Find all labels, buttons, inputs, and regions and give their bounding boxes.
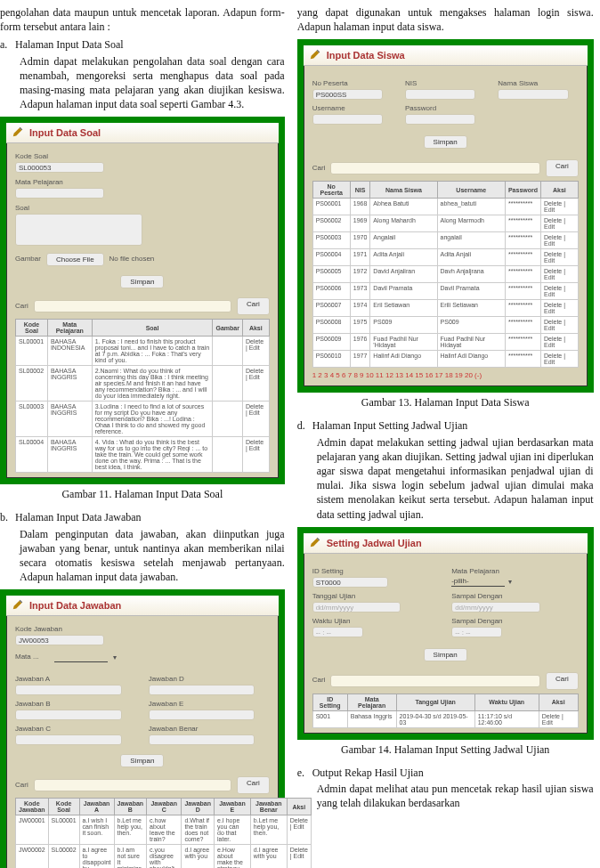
table-cell[interactable]: Delete | Edit bbox=[242, 437, 269, 473]
table-row: PS060101977Halinf Adi DiangoHalinf Adi D… bbox=[312, 351, 578, 368]
table-cell: ********** bbox=[505, 334, 540, 351]
fig14-input-sd1[interactable]: dd/mm/yyyy bbox=[451, 602, 540, 612]
fig12-input-c[interactable] bbox=[15, 734, 122, 745]
table-cell[interactable]: Delete | Edit bbox=[541, 317, 579, 334]
fig11-choose-file-button[interactable]: Choose File bbox=[46, 253, 104, 266]
fig14-cari-button[interactable]: Cari bbox=[546, 672, 579, 690]
table-cell[interactable]: Delete | Edit bbox=[242, 337, 269, 366]
table-cell: ********** bbox=[505, 215, 540, 232]
table-cell: angalail bbox=[437, 232, 505, 249]
table-cell[interactable]: Delete | Edit bbox=[541, 232, 579, 249]
table-cell: 1977 bbox=[350, 351, 370, 368]
fig14-simpan-button[interactable]: Simpan bbox=[424, 648, 467, 661]
fig13-caption: Gambar 13. Halaman Input Data Siswa bbox=[297, 396, 594, 410]
fig14-th-3: Waktu Ujian bbox=[474, 694, 539, 710]
fig14-input-tgl[interactable]: dd/mm/yyyy bbox=[312, 602, 401, 612]
para-intro: pengolahan data maupun untuk mencetak la… bbox=[0, 5, 285, 34]
table-cell[interactable]: Delete | Edit bbox=[242, 366, 269, 402]
table-cell: PS06010 bbox=[312, 351, 350, 368]
fig11-th-2: Soal bbox=[92, 320, 213, 337]
fig11-title: Input Data Soal bbox=[29, 127, 101, 138]
item-d-letter: d. bbox=[297, 418, 310, 433]
table-cell: PS06009 bbox=[312, 334, 350, 351]
table-cell: BAHASA INDONESIA bbox=[47, 337, 92, 366]
table-cell[interactable]: Delete | Edit bbox=[541, 300, 579, 317]
fig12-input-e[interactable] bbox=[149, 710, 255, 720]
table-cell: Halinf Adi Diango bbox=[437, 351, 505, 368]
table-cell: PS06003 bbox=[312, 232, 350, 249]
table-row: SL00001BAHASA INDONESIA1. Foka : I need … bbox=[16, 337, 270, 366]
table-cell[interactable]: Delete | Edit bbox=[541, 199, 579, 215]
fig12-input-b[interactable] bbox=[15, 710, 122, 720]
fig11-mapel-input[interactable] bbox=[15, 188, 104, 199]
fig13-title: Input Data Siswa bbox=[327, 50, 405, 61]
fig14-mapel-select[interactable]: -pilih- bbox=[451, 577, 505, 587]
fig12-kode-input[interactable]: JW00053 bbox=[15, 635, 104, 645]
table-cell: abhea_batuti bbox=[437, 199, 505, 215]
fig14-th-1: Mata Pelajaran bbox=[347, 694, 396, 710]
table-row: S001Bahasa Inggris2019-04-30 s/d 2019-05… bbox=[312, 710, 578, 727]
table-cell[interactable]: Delete | Edit bbox=[541, 249, 579, 266]
fig12-th-0: Kode Jawaban bbox=[16, 799, 49, 815]
fig12-search-input[interactable] bbox=[34, 779, 231, 791]
fig13-input-password[interactable] bbox=[405, 114, 475, 125]
table-cell: JW00002 bbox=[16, 845, 49, 868]
table-cell: d.I agree with you bbox=[182, 845, 215, 868]
fig14-input-id[interactable]: ST0000 bbox=[312, 577, 389, 588]
table-cell: SL00002 bbox=[16, 366, 48, 402]
fig12-simpan-button[interactable]: Simpan bbox=[120, 754, 164, 767]
table-row: JW00001SL00001a.I wish I can finish it s… bbox=[16, 815, 312, 845]
fig11-soal-textarea[interactable] bbox=[15, 214, 142, 246]
fig12-input-a[interactable] bbox=[15, 685, 122, 695]
table-row: PS060051972David AnjaliranDavh Anjaljran… bbox=[312, 266, 578, 283]
fig14-lbl-mapel: Mata Pelajaran bbox=[451, 567, 579, 575]
table-cell[interactable]: Delete | Edit bbox=[541, 334, 579, 351]
table-row: PS060081975PS009PS009**********Delete | … bbox=[312, 317, 578, 334]
fig12-mapel-select[interactable] bbox=[54, 653, 108, 662]
fig13-input-username[interactable] bbox=[312, 114, 383, 125]
fig13-input-nama[interactable] bbox=[498, 89, 568, 100]
fig11-search-input[interactable] bbox=[34, 300, 231, 312]
fig14-input-waktu[interactable]: -- : -- bbox=[312, 627, 363, 637]
fig11-cari-button[interactable]: Cari bbox=[237, 297, 270, 315]
fig11-lbl-gambar: Gambar bbox=[15, 255, 41, 263]
fig14-titlebar: Setting Jadwal Ujian bbox=[304, 533, 588, 554]
item-a-header: a. Halaman Input Data Soal bbox=[0, 37, 285, 52]
fig14-search-input[interactable] bbox=[330, 675, 540, 687]
fig11-simpan-button[interactable]: Simpan bbox=[120, 275, 164, 288]
fig14-input-sd2[interactable]: -- : -- bbox=[451, 627, 502, 637]
item-b-title: Halaman Input Data Jawaban bbox=[15, 511, 142, 523]
table-cell: 1973 bbox=[350, 283, 370, 300]
fig13-pager[interactable]: 1 2 3 4 5 6 7 8 9 10 11 12 13 14 15 16 1… bbox=[312, 371, 579, 379]
fig13-lbl-username: Username bbox=[312, 104, 393, 112]
table-cell: Halinf Adi Diango bbox=[370, 351, 437, 368]
fig12-th-7: Jawaban Benar bbox=[250, 799, 287, 815]
fig13-lbl-nis: NIS bbox=[405, 79, 485, 87]
fig12-titlebar: Input Data Jawaban bbox=[6, 596, 279, 616]
table-cell[interactable]: Delete | Edit bbox=[541, 266, 579, 283]
item-e-body: Admin dapat melihat atau pun mencetak re… bbox=[297, 782, 594, 810]
fig11-kode-input[interactable]: SL000053 bbox=[15, 162, 104, 173]
fig12-input-benar[interactable] bbox=[149, 734, 255, 745]
fig13-input-nopeserta[interactable]: PS000SS bbox=[312, 89, 383, 100]
table-cell: 11:17:10 s/d 12:46:00 bbox=[474, 710, 539, 727]
table-cell[interactable]: Delete | Edit bbox=[541, 351, 579, 368]
fig13-th-3: Username bbox=[437, 182, 505, 199]
table-cell: c.you disagree with shouldn't your idea bbox=[147, 845, 182, 868]
fig12-lbl-benar: Jawaban Benar bbox=[149, 725, 270, 733]
fig12-input-d[interactable] bbox=[149, 685, 255, 695]
table-cell[interactable]: Delete | Edit bbox=[541, 283, 579, 300]
fig13-search-input[interactable] bbox=[330, 162, 540, 174]
table-cell: Erili Setiawan bbox=[437, 300, 505, 317]
fig13-lbl-password: Password bbox=[405, 104, 485, 112]
fig12-cari-button[interactable]: Cari bbox=[237, 776, 270, 794]
fig13-simpan-button[interactable]: Simpan bbox=[424, 135, 467, 149]
fig13-cari-button[interactable]: Cari bbox=[546, 159, 579, 177]
fig13-input-nis[interactable] bbox=[405, 89, 475, 100]
table-cell[interactable]: Delete | Edit bbox=[242, 402, 269, 437]
fig14-th-2: Tanggal Ujian bbox=[396, 694, 474, 710]
fig14-lbl-waktu: Waktu Ujian bbox=[312, 617, 440, 625]
table-cell[interactable]: Delete | Edit bbox=[539, 710, 578, 727]
table-cell[interactable]: Delete | Edit bbox=[541, 215, 579, 232]
table-row: SL00003BAHASA INGGRIS3.Lodina : I need t… bbox=[16, 402, 270, 437]
